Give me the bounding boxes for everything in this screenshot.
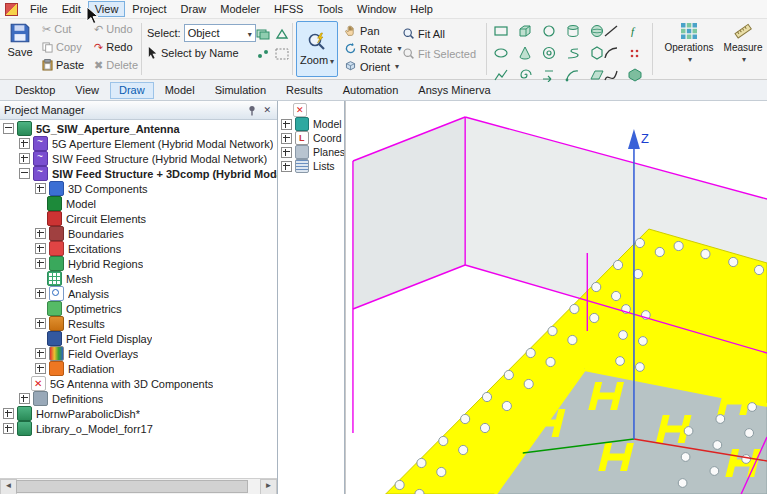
menu-edit[interactable]: Edit: [55, 1, 88, 17]
tab-draw[interactable]: Draw: [110, 82, 154, 99]
expand-expander-icon[interactable]: [35, 228, 46, 239]
tree-item[interactable]: Results: [0, 316, 277, 331]
draw-bondwire-icon[interactable]: [562, 65, 584, 85]
tree-item[interactable]: HornwParabolicDish*: [0, 406, 277, 421]
draw-torus-icon[interactable]: [538, 43, 560, 63]
undo-button[interactable]: ↶ Undo: [94, 23, 133, 35]
horizontal-scrollbar[interactable]: ◄ ►: [0, 478, 277, 494]
tree-item[interactable]: Analysis: [0, 286, 277, 301]
rotate-button[interactable]: Rotate: [344, 42, 401, 55]
tree-item[interactable]: Boundaries: [0, 226, 277, 241]
tab-model[interactable]: Model: [156, 82, 204, 99]
tree-item[interactable]: 3D Components: [0, 181, 277, 196]
select-faces-icon[interactable]: [254, 25, 272, 43]
paste-button[interactable]: Paste: [42, 59, 84, 71]
draw-helix-icon[interactable]: [562, 43, 584, 63]
draw-line-icon[interactable]: [600, 21, 622, 41]
equation-curve-icon[interactable]: f: [624, 21, 646, 41]
model-tree-item[interactable]: Coord: [278, 131, 344, 145]
menu-draw[interactable]: Draw: [174, 1, 214, 17]
pan-button[interactable]: Pan: [344, 24, 380, 37]
tab-simulation[interactable]: Simulation: [206, 82, 275, 99]
draw-ellipse-icon[interactable]: [490, 43, 512, 63]
draw-circle-icon[interactable]: [538, 21, 560, 41]
scrollbar-thumb[interactable]: [16, 480, 248, 493]
tree-item[interactable]: SIW Feed Structure + 3Dcomp (Hybrid Moda…: [0, 166, 277, 181]
tab-ansys-minerva[interactable]: Ansys Minerva: [409, 82, 499, 99]
tree-item[interactable]: SIW Feed Structure (Hybrid Modal Network…: [0, 151, 277, 166]
expand-expander-icon[interactable]: [3, 408, 14, 419]
tree-item[interactable]: Library_o_Model_forr17: [0, 421, 277, 436]
tree-item[interactable]: Radiation: [0, 361, 277, 376]
tab-view[interactable]: View: [66, 82, 108, 99]
menu-window[interactable]: Window: [350, 1, 403, 17]
menu-file[interactable]: File: [23, 1, 55, 17]
tree-item[interactable]: Field Overlays: [0, 346, 277, 361]
copy-button[interactable]: Copy: [42, 41, 82, 53]
close-icon[interactable]: ✕: [261, 105, 273, 115]
tree-item[interactable]: Hybrid Regions: [0, 256, 277, 271]
menu-modeler[interactable]: Modeler: [213, 1, 267, 17]
draw-box-icon[interactable]: [514, 21, 536, 41]
draw-spiral-icon[interactable]: [514, 65, 536, 85]
operations-button[interactable]: Operations: [660, 22, 718, 64]
menu-hfss[interactable]: HFSS: [267, 1, 310, 17]
draw-rectangle-icon[interactable]: [490, 21, 512, 41]
select-multi-icon[interactable]: [273, 45, 291, 63]
tree-item[interactable]: 5G Antenna with 3D Components: [0, 376, 277, 391]
expand-expander-icon[interactable]: [281, 133, 292, 144]
tab-desktop[interactable]: Desktop: [6, 82, 64, 99]
pin-icon[interactable]: [247, 105, 257, 116]
fit-selected-button[interactable]: Fit Selected: [402, 47, 476, 60]
draw-sweep-icon[interactable]: [538, 65, 560, 85]
expand-expander-icon[interactable]: [35, 318, 46, 329]
tree-item[interactable]: Port Field Display: [0, 331, 277, 346]
expand-expander-icon[interactable]: [35, 348, 46, 359]
tree-item[interactable]: 5G Aperture Element (Hybrid Modal Networ…: [0, 136, 277, 151]
menu-project[interactable]: Project: [125, 1, 173, 17]
measure-button[interactable]: Measure: [722, 22, 764, 64]
expand-expander-icon[interactable]: [35, 288, 46, 299]
draw-cone-icon[interactable]: [514, 43, 536, 63]
expand-expander-icon[interactable]: [19, 138, 30, 149]
expand-expander-icon[interactable]: [281, 119, 292, 130]
expand-expander-icon[interactable]: [3, 423, 14, 434]
draw-cylinder-icon[interactable]: [562, 21, 584, 41]
tree-item[interactable]: Definitions: [0, 391, 277, 406]
expand-expander-icon[interactable]: [35, 258, 46, 269]
select-mode-dropdown[interactable]: Object: [184, 24, 256, 42]
tree-item[interactable]: Circuit Elements: [0, 211, 277, 226]
tab-results[interactable]: Results: [277, 82, 332, 99]
regular-hexagon-icon[interactable]: [624, 65, 646, 85]
draw-polyline-icon[interactable]: [490, 65, 512, 85]
tree-item[interactable]: Optimetrics: [0, 301, 277, 316]
select-by-name-button[interactable]: Select by Name: [147, 46, 239, 59]
model-tree-item[interactable]: Model: [278, 117, 344, 131]
select-edges-icon[interactable]: [273, 25, 291, 43]
3d-modeler-viewport[interactable]: Z: [345, 101, 767, 494]
tree-item[interactable]: 5G_SIW_Aperture_Antenna: [0, 121, 277, 136]
scroll-left-icon[interactable]: ◄: [0, 479, 17, 494]
expand-expander-icon[interactable]: [35, 243, 46, 254]
model-tree-root[interactable]: [278, 103, 344, 117]
tree-item[interactable]: Model: [0, 196, 277, 211]
tree-item[interactable]: Excitations: [0, 241, 277, 256]
model-tree-item[interactable]: Planes: [278, 145, 344, 159]
menu-tools[interactable]: Tools: [310, 1, 350, 17]
expand-expander-icon[interactable]: [19, 393, 30, 404]
delete-button[interactable]: ✖ Delete: [94, 59, 138, 71]
redo-button[interactable]: ↷ Redo: [94, 41, 133, 53]
collapse-expander-icon[interactable]: [3, 123, 14, 134]
fit-all-button[interactable]: Fit All: [402, 27, 445, 40]
collapse-expander-icon[interactable]: [19, 168, 30, 179]
expand-expander-icon[interactable]: [35, 363, 46, 374]
expand-expander-icon[interactable]: [19, 153, 30, 164]
save-button[interactable]: Save: [2, 22, 38, 58]
expand-expander-icon[interactable]: [281, 161, 292, 172]
draw-spline-icon[interactable]: [600, 65, 622, 85]
model-tree-item[interactable]: Lists: [278, 159, 344, 173]
select-vertices-icon[interactable]: [254, 45, 272, 63]
scroll-right-icon[interactable]: ►: [260, 479, 277, 494]
draw-arc-icon[interactable]: [600, 43, 622, 63]
expand-expander-icon[interactable]: [281, 147, 292, 158]
